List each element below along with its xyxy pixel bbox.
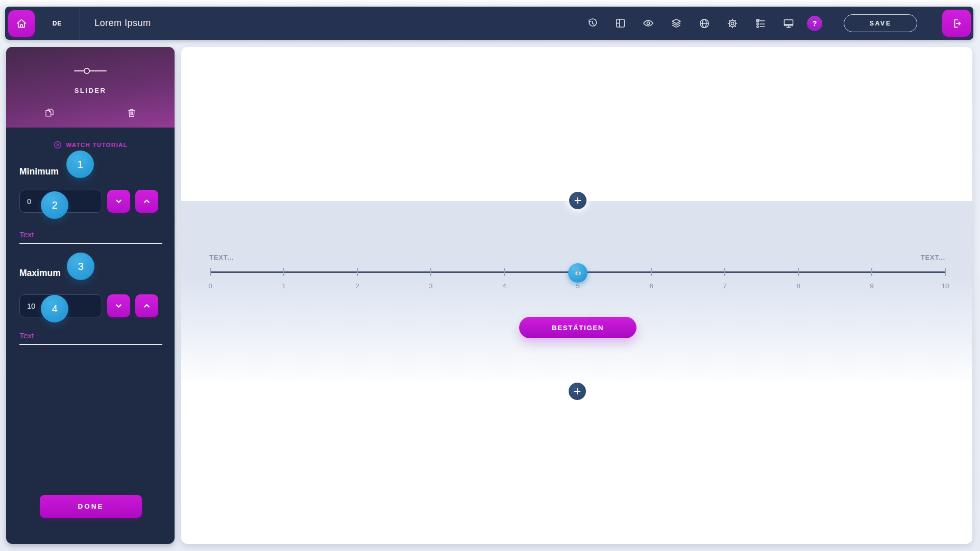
add-element-below-button[interactable]: [569, 383, 586, 400]
maximum-label: Maximum: [19, 268, 61, 279]
home-button[interactable]: [8, 10, 35, 37]
delete-widget-button[interactable]: [125, 106, 138, 119]
widget-type-label: SLIDER: [6, 87, 175, 94]
settings-gear-icon[interactable]: [726, 14, 739, 33]
plus-icon: [572, 386, 582, 396]
maximum-decrement-button[interactable]: [107, 294, 130, 317]
slider-tick: [945, 268, 946, 276]
widget-header: SLIDER: [6, 47, 175, 128]
form-canvas: TEXT... TEXT... 012345678910 BESTÄTIGEN: [181, 47, 972, 544]
top-navbar: DE Lorem Ipsum: [5, 7, 973, 40]
tutorial-step-badge-1: 1: [66, 151, 94, 178]
chevron-up-icon: [141, 196, 152, 207]
locale-indicator: DE: [35, 20, 80, 27]
slider-tick-label: 4: [502, 282, 506, 290]
slider-tick: [357, 268, 358, 276]
slider-tick: [871, 268, 872, 276]
maximum-text-input[interactable]: [19, 328, 162, 345]
home-icon: [15, 17, 28, 30]
minimum-increment-button[interactable]: [135, 190, 158, 213]
slider-tick-label: 1: [282, 282, 286, 290]
slider-right-label: TEXT...: [921, 254, 945, 261]
slider-tick: [504, 268, 505, 276]
slider-tick-label: 10: [941, 282, 949, 290]
slider-tick-label: 2: [355, 282, 359, 290]
copy-icon: [43, 107, 56, 119]
minimum-label: Minimum: [19, 166, 59, 177]
logout-icon: [950, 17, 963, 30]
slider-tick-label: 5: [576, 282, 580, 290]
slider-left-label: TEXT...: [209, 254, 234, 261]
chevron-up-icon: [141, 300, 152, 311]
duplicate-widget-button[interactable]: [43, 106, 56, 119]
slider-tick-label: 6: [649, 282, 653, 290]
slider-tick-label: 7: [723, 282, 727, 290]
maximum-input-row: [19, 294, 158, 317]
plus-icon: [573, 195, 583, 206]
minimum-decrement-button[interactable]: [107, 190, 130, 213]
slider-tick: [724, 268, 725, 276]
slider-tick-label: 8: [796, 282, 800, 290]
watch-tutorial-link[interactable]: WATCH TUTORIAL: [6, 140, 175, 149]
tutorial-step-badge-4: 4: [41, 295, 68, 322]
tutorial-step-badge-2: 2: [41, 191, 68, 219]
chevron-down-icon: [113, 196, 124, 207]
trash-icon: [126, 107, 138, 119]
play-icon: [53, 140, 62, 149]
slider-widget-icon: [74, 67, 107, 75]
widget-settings-panel: SLIDER: [6, 47, 175, 544]
slider-tick: [651, 268, 652, 276]
maximum-increment-button[interactable]: [135, 294, 158, 317]
minimum-text-input[interactable]: [19, 227, 162, 244]
chevron-down-icon: [113, 300, 124, 311]
navbar-toolbar: [586, 14, 795, 33]
slider-tick-label: 0: [208, 282, 212, 290]
logout-button[interactable]: [942, 10, 971, 37]
slider-tick-label: 9: [870, 282, 874, 290]
layers-icon[interactable]: [670, 14, 682, 33]
slider-tick: [283, 268, 284, 276]
layout-icon[interactable]: [614, 14, 626, 33]
display-icon[interactable]: [782, 14, 795, 33]
help-button[interactable]: ?: [807, 16, 822, 31]
add-element-above-button[interactable]: [569, 192, 586, 209]
slider-tick: [577, 268, 578, 276]
navbar-divider: [80, 7, 80, 40]
slider-tick-label: 3: [429, 282, 433, 290]
slider-preview: 012345678910: [210, 268, 945, 298]
confirm-button[interactable]: BESTÄTIGEN: [519, 317, 636, 338]
checklist-icon[interactable]: [754, 14, 767, 33]
page-title: Lorem Ipsum: [94, 18, 151, 29]
save-button[interactable]: SAVE: [844, 14, 917, 32]
preview-eye-icon[interactable]: [642, 14, 654, 33]
globe-icon[interactable]: [698, 14, 710, 33]
slider-tick: [798, 268, 799, 276]
tutorial-step-badge-3: 3: [67, 253, 94, 280]
history-icon[interactable]: [586, 14, 598, 33]
watch-tutorial-label: WATCH TUTORIAL: [66, 142, 128, 148]
slider-tick: [210, 268, 211, 276]
done-button[interactable]: DONE: [40, 495, 142, 518]
slider-tick: [430, 268, 431, 276]
minimum-input-row: [19, 190, 158, 213]
